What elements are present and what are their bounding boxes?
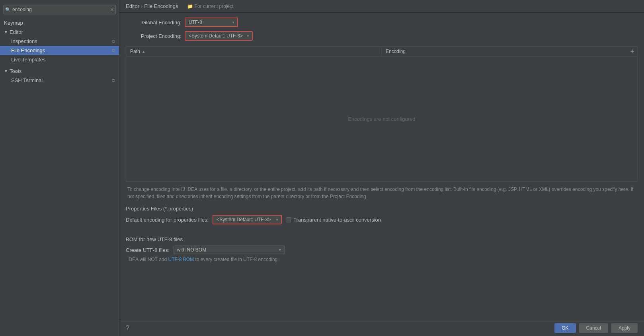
breadcrumb-current: File Encodings — [144, 3, 178, 9]
breadcrumb-separator: › — [141, 3, 142, 9]
inspections-copy-icon: ⧉ — [112, 39, 115, 44]
project-encoding-label: Project Encoding: — [126, 33, 181, 39]
sidebar-item-keymap[interactable]: Keymap — [0, 18, 119, 28]
global-encoding-row: Global Encoding: UTF-8 UTF-16 ISO-8859-1… — [126, 18, 638, 27]
project-icon: 📁 — [187, 4, 193, 9]
cancel-button[interactable]: Cancel — [579, 323, 608, 333]
table-header-encoding: Encoding — [382, 47, 637, 56]
bom-create-label: Create UTF-8 files: — [126, 247, 170, 253]
path-column-label: Path — [130, 49, 140, 54]
main-container: 🔍 ✕ Keymap ▼ Editor Inspections ⧉ File E… — [0, 0, 644, 336]
sidebar: 🔍 ✕ Keymap ▼ Editor Inspections ⧉ File E… — [0, 0, 119, 336]
bom-info-suffix: to every created file in UTF-8 encoding — [195, 257, 278, 262]
bom-info-prefix: IDEA will NOT add — [127, 257, 168, 262]
sidebar-section-tools[interactable]: ▼ Tools — [0, 67, 119, 76]
global-encoding-select[interactable]: UTF-8 UTF-16 ISO-8859-1 windows-1252 — [185, 18, 237, 26]
sidebar-section-editor-label: Editor — [10, 29, 23, 35]
bom-info-text: IDEA will NOT add UTF-8 BOM to every cre… — [126, 257, 638, 262]
editor-arrow-icon: ▼ — [4, 30, 8, 34]
file-encodings-icon: ⧉ — [112, 48, 115, 53]
project-encoding-select-wrapper: <System Default: UTF-8> UTF-8 UTF-16 ISO… — [185, 31, 253, 41]
sidebar-item-inspections-label: Inspections — [11, 38, 37, 44]
sidebar-item-file-encodings-label: File Encodings — [11, 47, 45, 53]
sidebar-item-ssh-terminal[interactable]: SSH Terminal ⧉ — [0, 76, 119, 85]
bom-create-row: Create UTF-8 files: with NO BOM with BOM… — [126, 246, 638, 254]
table-add-button[interactable]: + — [629, 48, 636, 55]
sidebar-item-inspections[interactable]: Inspections ⧉ — [0, 37, 119, 46]
bom-create-select[interactable]: with NO BOM with BOM with BOM (if specif… — [174, 246, 285, 254]
ok-button[interactable]: OK — [554, 323, 576, 333]
content-body: Global Encoding: UTF-8 UTF-16 ISO-8859-1… — [119, 13, 644, 320]
ssh-terminal-icon: ⧉ — [112, 78, 115, 83]
breadcrumb: Editor › File Encodings — [126, 3, 178, 9]
search-box: 🔍 ✕ — [3, 5, 116, 14]
project-encoding-select[interactable]: <System Default: UTF-8> UTF-8 UTF-16 ISO… — [185, 32, 252, 40]
utf8-bom-link[interactable]: UTF-8 BOM — [168, 257, 194, 262]
sidebar-section-editor[interactable]: ▼ Editor — [0, 28, 119, 37]
bom-section: BOM for new UTF-8 files Create UTF-8 fil… — [126, 236, 638, 262]
global-encoding-select-wrapper: UTF-8 UTF-16 ISO-8859-1 windows-1252 — [185, 18, 238, 27]
tools-arrow-icon: ▼ — [4, 69, 8, 73]
bom-select-wrapper: with NO BOM with BOM with BOM (if specif… — [174, 246, 285, 254]
sidebar-item-keymap-label: Keymap — [4, 20, 23, 26]
global-encoding-label: Global Encoding: — [126, 20, 181, 26]
encoding-info-text: To change encoding IntelliJ IDEA uses fo… — [126, 186, 638, 200]
bottom-bar: ? OK Cancel Apply — [119, 320, 644, 336]
transparent-conversion-label: Transparent native-to-ascii conversion — [293, 217, 381, 223]
clear-icon[interactable]: ✕ — [110, 7, 114, 12]
sort-icon: ▲ — [142, 49, 146, 54]
sidebar-item-file-encodings[interactable]: File Encodings ⧉ — [0, 46, 119, 55]
breadcrumb-parent: Editor — [126, 3, 139, 9]
transparent-conversion-checkbox-label[interactable]: Transparent native-to-ascii conversion — [286, 217, 381, 223]
properties-encoding-label: Default encoding for properties files: — [126, 217, 209, 223]
project-encoding-row: Project Encoding: <System Default: UTF-8… — [126, 31, 638, 41]
bom-section-title: BOM for new UTF-8 files — [126, 236, 638, 242]
encoding-table: Path ▲ Encoding + Encodings are not conf… — [126, 46, 638, 182]
sidebar-item-live-templates-label: Live Templates — [11, 57, 45, 63]
sidebar-item-ssh-terminal-label: SSH Terminal — [11, 77, 43, 83]
content-area: Editor › File Encodings 📁 For current pr… — [119, 0, 644, 336]
properties-encoding-select[interactable]: <System Default: UTF-8> UTF-8 UTF-16 ISO… — [213, 216, 281, 224]
table-body: Encodings are not configured — [126, 57, 637, 181]
apply-button[interactable]: Apply — [611, 323, 638, 333]
table-header: Path ▲ Encoding + — [126, 47, 637, 57]
search-icon: 🔍 — [5, 7, 11, 12]
help-icon[interactable]: ? — [126, 324, 129, 332]
properties-files-section: Properties Files (*.properties) Default … — [126, 206, 638, 228]
sidebar-item-live-templates[interactable]: Live Templates — [0, 55, 119, 64]
table-empty-message: Encodings are not configured — [348, 116, 415, 122]
properties-encoding-row: Default encoding for properties files: <… — [126, 215, 638, 224]
table-header-path: Path ▲ — [126, 47, 382, 56]
search-input[interactable] — [3, 5, 116, 14]
encoding-column-label: Encoding — [386, 49, 406, 54]
sidebar-section-tools-label: Tools — [10, 68, 21, 74]
for-project-label: For current project — [195, 4, 234, 9]
for-project-label-container: 📁 For current project — [187, 4, 234, 9]
properties-section-title: Properties Files (*.properties) — [126, 206, 638, 212]
properties-encoding-select-wrapper: <System Default: UTF-8> UTF-8 UTF-16 ISO… — [213, 215, 282, 224]
transparent-conversion-checkbox[interactable] — [286, 217, 291, 222]
content-header: Editor › File Encodings 📁 For current pr… — [119, 0, 644, 13]
